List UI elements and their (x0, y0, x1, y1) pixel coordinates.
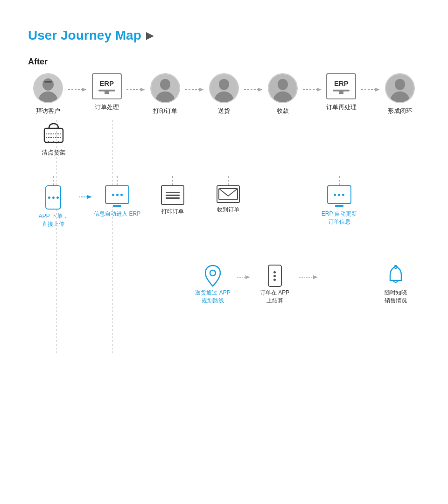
print-icon (161, 185, 184, 205)
mail-col: 收到订单 (203, 176, 254, 214)
connector-4 (244, 87, 263, 92)
page-title: User Journey Map (28, 28, 141, 43)
avatar-visit (33, 73, 63, 103)
h-connector-pin (237, 275, 250, 280)
pin-icon (204, 265, 221, 287)
svg-marker-24 (375, 88, 380, 91)
svg-rect-28 (44, 128, 63, 142)
step-print-label: 打印订单 (153, 107, 177, 115)
svg-marker-43 (313, 275, 318, 279)
settle-label: 订单在 APP上结算 (260, 289, 289, 305)
svg-point-1 (42, 78, 54, 91)
avatar-print (150, 73, 180, 103)
shelf-label: 清点货架 (42, 148, 66, 157)
erp-monitor-2: ERP (326, 73, 356, 99)
phone-icon-1 (45, 185, 61, 210)
mail-label: 收到订单 (217, 206, 239, 214)
svg-marker-5 (82, 88, 87, 91)
connector-3 (185, 87, 204, 92)
print-col: 打印订单 (147, 176, 198, 216)
shelf-bag-icon (42, 120, 65, 146)
connector-5 (303, 87, 322, 92)
erp-auto-label: 信息自动进入 ERP (94, 210, 140, 218)
pin-col: 送货通过 APP规划路线 (189, 265, 238, 305)
svg-point-14 (219, 79, 229, 90)
shelf-section: 清点货架 (28, 120, 79, 157)
bell-col: 随时知晓销售情况 (371, 265, 420, 305)
bell-label: 随时知晓销售情况 (385, 289, 407, 305)
monitor-blue-icon (105, 185, 129, 204)
svg-rect-3 (44, 81, 52, 83)
vertical-lines-layer (28, 120, 420, 353)
svg-point-19 (278, 79, 288, 90)
app-order-label: APP 下单，直接上传 (39, 212, 68, 228)
step-erp2-label: 订单再处理 (326, 103, 357, 112)
step-erp1-label: 订单处理 (95, 103, 119, 112)
erp-update-label: ERP 自动更新订单信息 (322, 210, 357, 226)
title-arrow-icon: ▶ (146, 29, 154, 42)
print-label: 打印订单 (161, 208, 184, 216)
svg-point-9 (160, 79, 170, 90)
step-deliver: 送货 (204, 73, 244, 115)
svg-marker-37 (87, 195, 92, 199)
svg-marker-41 (245, 275, 250, 279)
mail-icon (217, 185, 240, 203)
erp-update-col: ERP 自动更新订单信息 (314, 176, 364, 226)
bell-icon (385, 265, 406, 287)
erp-monitor-1: ERP (92, 73, 122, 99)
step-erp1: ERP 订单处理 (87, 73, 127, 112)
avatar-collect (268, 73, 298, 103)
step-close: 形成闭环 (380, 73, 420, 115)
app-row: APP 下单，直接上传 (28, 176, 420, 228)
avatar-close (385, 73, 415, 103)
settle-col: 订单在 APP上结算 (250, 265, 299, 305)
svg-marker-17 (258, 88, 263, 91)
pin-label: 送货通过 APP规划路线 (195, 289, 230, 305)
erp-update-icon (327, 185, 351, 204)
step-visit-label: 拜访客户 (36, 107, 60, 115)
app-order-col: APP 下单，直接上传 (28, 176, 79, 228)
pin-row: 送货通过 APP规划路线 订单在 APP上结算 (28, 265, 420, 305)
svg-point-26 (395, 79, 405, 90)
title-row: User Journey Map ▶ (28, 28, 420, 43)
h-connector-1 (79, 195, 92, 199)
connector-1 (68, 87, 87, 92)
step-collect-label: 收款 (277, 107, 289, 115)
after-label: After (28, 57, 420, 67)
svg-point-30 (57, 127, 59, 129)
step-print: 打印订单 (145, 73, 185, 115)
step-visit: 拜访客户 (28, 73, 68, 115)
connector-2 (126, 87, 145, 92)
svg-point-29 (48, 127, 50, 129)
step-collect: 收款 (263, 73, 303, 115)
svg-marker-7 (140, 88, 145, 91)
diagram-area: 拜访客户 ERP 订单处理 (28, 73, 420, 504)
connector-6 (361, 87, 380, 92)
avatar-deliver (209, 73, 239, 103)
svg-point-39 (210, 270, 216, 276)
svg-marker-12 (199, 88, 204, 91)
step-erp2: ERP 订单再处理 (322, 73, 362, 112)
step-deliver-label: 送货 (218, 107, 230, 115)
erp-auto-col: 信息自动进入 ERP (92, 176, 143, 218)
step-close-label: 形成闭环 (388, 107, 412, 115)
phone-icon-2 (268, 265, 282, 287)
svg-marker-22 (317, 88, 322, 91)
page-container: User Journey Map ▶ After 拜访客户 (0, 0, 448, 504)
h-connector-settle (299, 275, 318, 280)
